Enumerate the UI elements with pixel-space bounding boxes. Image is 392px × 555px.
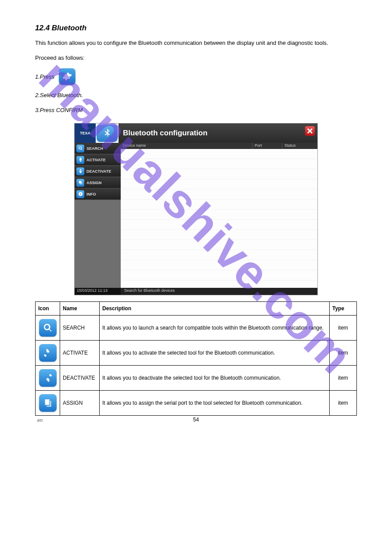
device-table-header: Device name Port Status (121, 143, 317, 149)
search-icon (39, 319, 57, 337)
bluetooth-icon (97, 124, 118, 142)
row-type: item (330, 341, 357, 366)
table-row: DEACTIVATE It allows you to deactivate t… (36, 366, 357, 391)
functions-table: Icon Name Description Type SEARCH It all… (35, 301, 357, 416)
device-table-body (121, 149, 317, 288)
table-row: ACTIVATE It allows you to activate the s… (36, 341, 357, 366)
row-description: It allows you to assign the serial port … (100, 391, 330, 416)
row-type: item (330, 366, 357, 391)
column-device-name: Device name (121, 143, 252, 149)
sidebar-item-label: INFO (86, 192, 96, 196)
search-icon (76, 145, 84, 152)
footer-language: en (37, 417, 43, 423)
row-description: It allows you to deactivate the selected… (100, 366, 330, 391)
row-type: item (330, 391, 357, 416)
sidebar-item-label: ACTIVATE (86, 158, 106, 162)
sidebar-item-label: ASSIGN (86, 181, 102, 185)
intro-paragraph: This function allows you to configure th… (35, 39, 357, 47)
row-description: It allows you to launch a search for com… (100, 316, 330, 341)
sidebar-item-label: DEACTIVATE (86, 169, 111, 174)
column-port: Port (252, 143, 282, 149)
svg-text:i: i (80, 192, 81, 196)
settings-gear-icon (59, 68, 76, 85)
activate-icon (76, 156, 84, 164)
row-name: ACTIVATE (60, 341, 100, 366)
statusbar-message: Search for Bluetooth devices (121, 288, 317, 295)
th-type: Type (330, 302, 357, 316)
assign-icon (76, 179, 84, 187)
deactivate-icon (76, 167, 84, 175)
info-icon: i (76, 190, 84, 198)
th-name: Name (60, 302, 100, 316)
th-icon: Icon (36, 302, 60, 316)
section-heading: 12.4 Bluetooth (35, 24, 357, 33)
sidebar-item-activate[interactable]: ACTIVATE (75, 154, 121, 166)
sidebar-item-info[interactable]: i INFO (75, 189, 121, 200)
statusbar-timestamp: 15/03/2012 11:13 (75, 288, 121, 295)
sidebar-item-search[interactable]: SEARCH (75, 143, 121, 154)
step-2-label: 2.Select Bluetooth. (35, 91, 357, 100)
row-name: ASSIGN (60, 391, 100, 416)
deactivate-icon (39, 369, 57, 387)
row-description: It allows you to activate the selected t… (100, 341, 330, 366)
procedure-lead: Proceed as follows: (35, 54, 357, 62)
page-number: 54 (193, 417, 199, 423)
app-sidebar: SEARCH ACTIVATE DEACTIVATE ASSIGN i INFO (75, 143, 121, 288)
app-logo: TEXA (75, 123, 96, 143)
step-3-label: 3.Press CONFIRM (35, 106, 357, 115)
column-status: Status (282, 143, 317, 149)
assign-icon (39, 394, 57, 412)
app-screenshot: TEXA Bluetooth configuration SEARCH ACTI (74, 123, 318, 295)
activate-icon (39, 344, 57, 362)
sidebar-item-deactivate[interactable]: DEACTIVATE (75, 166, 121, 177)
step-1-label: 1.Press (35, 73, 54, 80)
row-name: SEARCH (60, 316, 100, 341)
table-row: SEARCH It allows you to launch a search … (36, 316, 357, 341)
close-button[interactable] (305, 126, 315, 136)
sidebar-item-label: SEARCH (86, 146, 103, 151)
sidebar-item-assign[interactable]: ASSIGN (75, 177, 121, 189)
th-description: Description (100, 302, 330, 316)
table-row: ASSIGN It allows you to assign the seria… (36, 391, 357, 416)
row-name: DEACTIVATE (60, 366, 100, 391)
row-type: item (330, 316, 357, 341)
app-window-title: Bluetooth configuration (119, 123, 317, 143)
